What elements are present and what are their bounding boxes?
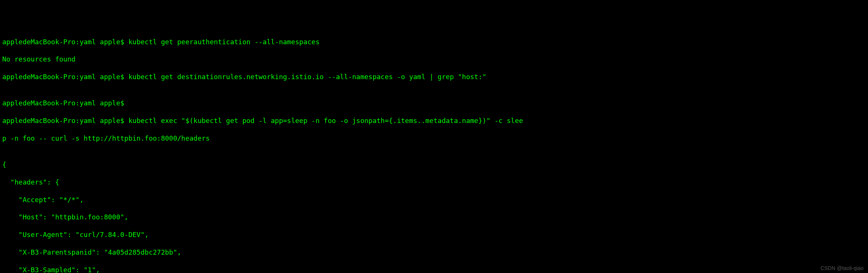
command-text: kubectl exec "$(kubectl get pod -l app=s… <box>128 117 523 124</box>
line-6: appledeMacBook-Pro:yaml apple$ kubectl e… <box>2 116 866 125</box>
line-5: appledeMacBook-Pro:yaml apple$ <box>2 99 866 107</box>
json-sampled-header: "X-B3-Sampled": "1", <box>2 266 866 273</box>
line-1: appledeMacBook-Pro:yaml apple$ kubectl g… <box>2 38 866 46</box>
command-continuation: p -n foo -- curl -s http://httpbin.foo:8… <box>2 134 866 142</box>
output-line: No resources found <box>2 55 866 63</box>
shell-prompt: appledeMacBook-Pro:yaml apple$ <box>2 73 128 81</box>
json-accept-header: "Accept": "*/*", <box>2 195 866 204</box>
json-useragent-header: "User-Agent": "curl/7.84.0-DEV", <box>2 230 866 239</box>
shell-prompt: appledeMacBook-Pro:yaml apple$ <box>2 99 128 107</box>
json-parentspanid-header: "X-B3-Parentspanid": "4a05d285dbc272bb", <box>2 248 866 256</box>
terminal-output[interactable]: appledeMacBook-Pro:yaml apple$ kubectl g… <box>2 38 866 273</box>
command-text: kubectl get destinationrules.networking.… <box>128 73 487 81</box>
json-headers-key: "headers": { <box>2 178 866 186</box>
json-host-header: "Host": "httpbin.foo:8000", <box>2 213 866 221</box>
shell-prompt: appledeMacBook-Pro:yaml apple$ <box>2 38 128 46</box>
command-text: kubectl get peerauthentication --all-nam… <box>128 38 319 46</box>
shell-prompt: appledeMacBook-Pro:yaml apple$ <box>2 117 128 124</box>
watermark-text: CSDN @taoli-qiao <box>820 265 863 272</box>
line-3: appledeMacBook-Pro:yaml apple$ kubectl g… <box>2 72 866 81</box>
json-open-brace: { <box>2 160 866 169</box>
